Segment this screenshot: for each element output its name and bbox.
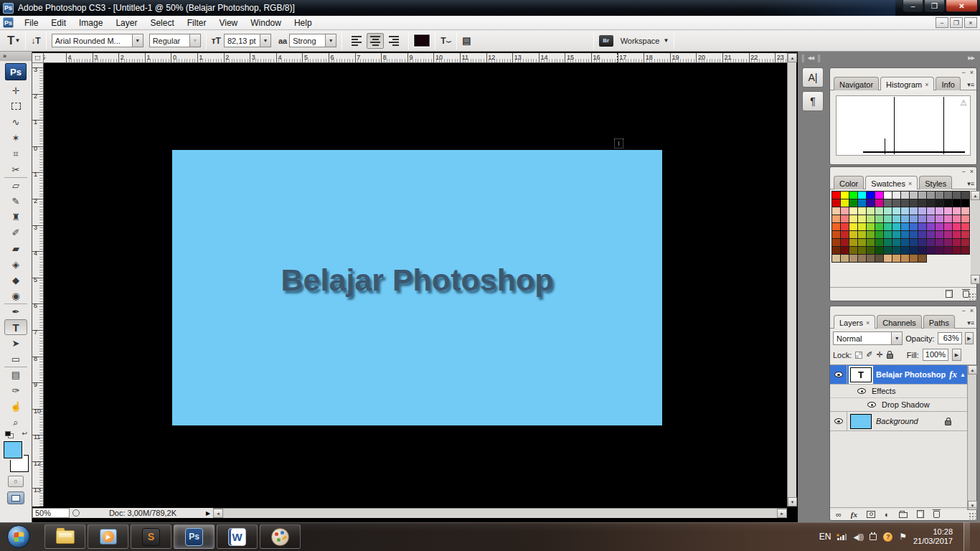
menu-window[interactable]: Window (244, 17, 288, 29)
menu-filter[interactable]: Filter (181, 17, 213, 29)
zoom-tool[interactable]: ⌕ (4, 414, 27, 430)
eraser-tool[interactable]: ▰ (4, 240, 27, 256)
power-icon[interactable] (870, 534, 877, 540)
menu-view[interactable]: View (212, 17, 244, 29)
taskbar-media-player[interactable]: ▶ (88, 524, 128, 549)
gradient-tool[interactable]: ◈ (4, 256, 27, 272)
scroll-left-icon[interactable]: ◄ (213, 509, 223, 518)
collapse-dock-icon[interactable]: ◀◀ (807, 55, 814, 61)
text-orientation-icon[interactable]: ↓T (31, 36, 40, 46)
cached-data-warning-icon[interactable]: ⚠ (960, 98, 967, 108)
taskbar-paint[interactable] (260, 524, 301, 549)
panel-resize-grip[interactable] (969, 512, 976, 519)
background-thumbnail[interactable] (850, 414, 872, 429)
crop-tool[interactable]: ⌗ (4, 146, 27, 161)
panel-minimize-icon[interactable]: − (961, 307, 965, 314)
adjustment-layer-button[interactable]: ◐ (885, 510, 890, 519)
start-button[interactable] (7, 525, 30, 548)
layer-fx-icon[interactable]: fx (949, 369, 957, 380)
layer-style-button[interactable]: fx (851, 510, 857, 519)
align-left-button[interactable] (348, 33, 365, 49)
panel-minimize-icon[interactable]: − (961, 69, 965, 76)
paragraph-panel-icon[interactable]: ¶ (802, 91, 824, 111)
anti-alias-dropdown-icon[interactable]: ▼ (325, 34, 336, 47)
doc-restore-button[interactable]: ❐ (950, 17, 963, 28)
taskbar-sublime[interactable]: S (131, 524, 171, 549)
fill-field[interactable]: 100% (923, 349, 948, 361)
eyedropper-tool[interactable]: ✑ (4, 382, 27, 398)
scroll-down-icon[interactable]: ▼ (788, 497, 797, 507)
scroll-right-icon[interactable]: ► (777, 509, 787, 518)
brush-tool[interactable]: ✎ (4, 193, 27, 209)
tab-histogram[interactable]: Histogram × (880, 77, 934, 90)
type-tool[interactable]: T (4, 319, 27, 335)
eye-icon[interactable] (867, 402, 876, 408)
layers-scrollbar[interactable]: ▲ ▼ (967, 365, 976, 510)
blend-mode-dropdown-icon[interactable]: ▼ (891, 332, 902, 344)
horizontal-scrollbar[interactable]: ◄ ► (213, 508, 787, 518)
lock-transparency-icon[interactable] (855, 352, 862, 359)
scroll-down-icon[interactable]: ▼ (971, 275, 980, 284)
opacity-field[interactable]: 63% (938, 332, 962, 344)
updater-icon[interactable]: ? (883, 532, 892, 542)
warp-text-icon[interactable]: T⌣ (440, 36, 451, 46)
anti-alias-select[interactable]: Strong ▼ (289, 34, 336, 47)
palettes-toggle-icon[interactable]: ▤ (462, 35, 471, 46)
ruler-origin-corner[interactable] (32, 53, 44, 63)
font-family-dropdown-icon[interactable]: ▼ (132, 34, 143, 47)
tool-preset-dropdown-icon[interactable]: ▼ (14, 37, 20, 44)
dock-grip-icon[interactable]: ║ (801, 55, 804, 62)
new-group-button[interactable] (899, 510, 908, 518)
panel-close-icon[interactable]: × (970, 168, 974, 175)
link-layers-button[interactable]: ∞ (836, 510, 842, 519)
tab-channels[interactable]: Channels (877, 315, 921, 329)
menu-image[interactable]: Image (72, 17, 109, 29)
scroll-up-icon[interactable]: ▲ (968, 365, 977, 375)
taskbar-explorer[interactable] (44, 524, 85, 549)
lock-all-icon[interactable] (887, 354, 893, 359)
scroll-up-icon[interactable]: ▲ (971, 191, 980, 200)
tab-swatches[interactable]: Swatches × (865, 176, 918, 189)
swatches-scrollbar[interactable]: ▲ ▼ (971, 191, 980, 284)
default-colors-control[interactable]: ↩ (3, 430, 29, 439)
tab-styles[interactable]: Styles (919, 176, 952, 189)
marquee-tool[interactable] (4, 98, 27, 114)
text-layer-thumbnail[interactable]: T (850, 367, 872, 382)
tab-close-icon[interactable]: × (866, 319, 870, 326)
expand-dock-icon[interactable]: ▶▶ (968, 55, 974, 61)
lock-pixels-icon[interactable]: ✐ (866, 350, 872, 359)
blur-tool[interactable]: ◆ (4, 272, 27, 288)
path-selection-tool[interactable]: ➤ (4, 335, 27, 351)
font-size-select[interactable]: 82,13 pt ▼ (224, 34, 271, 47)
visibility-toggle[interactable] (830, 365, 847, 384)
opacity-spinner-icon[interactable]: ▶ (965, 332, 974, 344)
hand-tool[interactable]: ☝ (4, 398, 27, 414)
panel-minimize-icon[interactable]: − (961, 168, 965, 175)
tab-close-icon[interactable]: × (925, 81, 928, 88)
panel-flyout-icon[interactable]: ▾≡ (967, 81, 974, 88)
history-brush-tool[interactable]: ✐ (4, 225, 27, 240)
layer-row-background[interactable]: Background (830, 412, 967, 431)
drop-shadow-row[interactable]: Drop Shadow (830, 398, 967, 412)
type-tool-icon[interactable]: T (7, 34, 14, 48)
swap-colors-icon[interactable]: ↩ (22, 430, 27, 437)
taskbar-photoshop[interactable]: Ps (174, 524, 215, 549)
character-panel-icon[interactable]: A| (802, 67, 824, 88)
font-style-select[interactable]: Regular ▼ (149, 34, 201, 47)
add-mask-button[interactable] (867, 511, 875, 518)
notes-tool[interactable]: ▤ (4, 367, 27, 382)
taskbar-word[interactable]: W (217, 524, 258, 549)
restore-button[interactable]: ❐ (924, 0, 945, 12)
visibility-toggle[interactable] (830, 412, 847, 430)
tab-paths[interactable]: Paths (923, 315, 955, 329)
magic-wand-tool[interactable]: ✶ (4, 130, 27, 146)
tab-layers[interactable]: Layers × (834, 315, 875, 329)
delete-layer-button[interactable] (933, 511, 940, 518)
collapse-effects-icon[interactable]: ▲ (960, 372, 966, 378)
vertical-scrollbar[interactable]: ▲ ▼ (787, 53, 796, 507)
action-center-flag-icon[interactable]: ⚑ (899, 532, 907, 542)
menu-edit[interactable]: Edit (44, 17, 72, 29)
foreground-color-swatch[interactable] (4, 441, 22, 458)
panel-close-icon[interactable]: × (970, 69, 974, 76)
clock[interactable]: 10:28 21/03/2017 (913, 527, 953, 546)
